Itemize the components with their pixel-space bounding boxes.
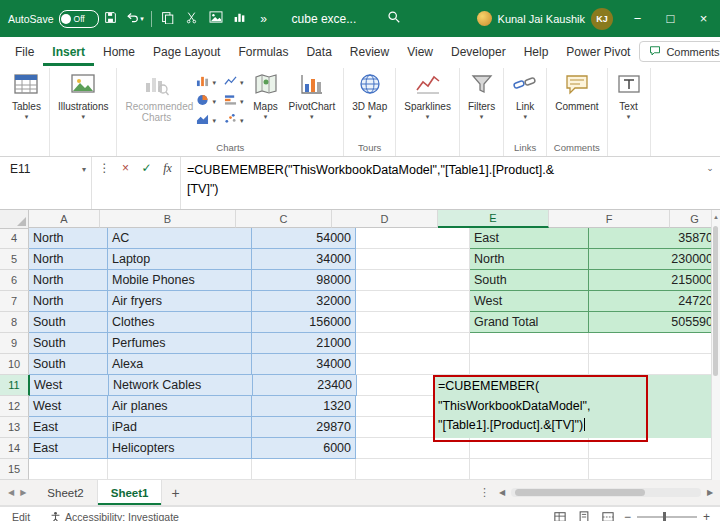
- sheet-nav-right-icon[interactable]: ▶: [20, 488, 26, 497]
- cell-C5[interactable]: 34000: [252, 249, 356, 270]
- sheet-nav-left-icon[interactable]: ◀: [8, 488, 14, 497]
- filters-button[interactable]: Filters ▾: [463, 69, 500, 121]
- scroll-right-icon[interactable]: ▶: [704, 488, 716, 497]
- menu-tab-developer[interactable]: Developer: [442, 37, 515, 66]
- normal-view-button[interactable]: [552, 509, 568, 521]
- row-header-13[interactable]: 13: [0, 417, 29, 438]
- cell-E6[interactable]: South: [470, 270, 589, 291]
- cell-A9[interactable]: South: [29, 333, 108, 354]
- row-header-7[interactable]: 7: [0, 291, 29, 312]
- cell-E4[interactable]: East: [470, 228, 589, 249]
- cell-C8[interactable]: 156000: [252, 312, 356, 333]
- chart-button[interactable]: [228, 6, 252, 32]
- scatter-chart-button[interactable]: ▾: [224, 113, 244, 128]
- cell-D8[interactable]: [356, 312, 470, 333]
- page-break-view-button[interactable]: [600, 509, 616, 521]
- scroll-up-icon[interactable]: ▲: [712, 210, 720, 224]
- cell-B14[interactable]: Helicopters: [108, 438, 252, 459]
- cell-A7[interactable]: North: [29, 291, 108, 312]
- column-header-A[interactable]: A: [29, 210, 100, 228]
- menu-tab-data[interactable]: Data: [297, 37, 340, 66]
- cell-A8[interactable]: South: [29, 312, 108, 333]
- cancel-entry-button[interactable]: ×: [115, 161, 136, 175]
- cell-A10[interactable]: South: [29, 354, 108, 375]
- cell-F6[interactable]: 215000: [589, 270, 718, 291]
- menu-tab-page-layout[interactable]: Page Layout: [144, 37, 229, 66]
- cell-B6[interactable]: Mobile Phones: [108, 270, 252, 291]
- cell-B5[interactable]: Laptop: [108, 249, 252, 270]
- bar-chart-button[interactable]: ▾: [224, 94, 244, 109]
- cell-A13[interactable]: East: [29, 417, 108, 438]
- pivotchart-button[interactable]: PivotChart ▾: [284, 69, 341, 121]
- cell-B7[interactable]: Air fryers: [108, 291, 252, 312]
- accessibility-checker[interactable]: Accessibility: Investigate: [42, 511, 187, 521]
- cell-A6[interactable]: North: [29, 270, 108, 291]
- comment-button[interactable]: Comment: [550, 69, 603, 112]
- zoom-in-button[interactable]: +: [703, 510, 710, 521]
- select-all-button[interactable]: [0, 210, 29, 229]
- cell-A15[interactable]: [29, 459, 108, 480]
- scroll-left-icon[interactable]: ◀: [496, 488, 508, 497]
- vertical-scroll-thumb[interactable]: [713, 226, 718, 376]
- cell-F15[interactable]: [589, 459, 718, 480]
- zoom-slider[interactable]: [637, 516, 697, 518]
- save-button[interactable]: [99, 6, 123, 32]
- cell-B12[interactable]: Air planes: [108, 396, 252, 417]
- column-header-E[interactable]: E: [438, 210, 549, 228]
- illustrations-button[interactable]: Illustrations ▾: [53, 69, 114, 121]
- cell-F9[interactable]: [589, 333, 718, 354]
- cell-D6[interactable]: [356, 270, 470, 291]
- cell-A4[interactable]: North: [29, 228, 108, 249]
- column-header-F[interactable]: F: [549, 210, 670, 228]
- cell-C11[interactable]: 23400: [253, 375, 357, 396]
- row-header-8[interactable]: 8: [0, 312, 29, 333]
- cell-E10[interactable]: [470, 354, 589, 375]
- cell-F10[interactable]: [589, 354, 718, 375]
- cell-C9[interactable]: 21000: [252, 333, 356, 354]
- cell-D15[interactable]: [356, 459, 470, 480]
- cell-B13[interactable]: iPad: [108, 417, 252, 438]
- more-commands-button[interactable]: »: [252, 6, 276, 32]
- cell-B9[interactable]: Perfumes: [108, 333, 252, 354]
- zoom-out-button[interactable]: −: [624, 510, 631, 521]
- menu-tab-view[interactable]: View: [398, 37, 442, 66]
- row-header-14[interactable]: 14: [0, 438, 29, 459]
- search-button[interactable]: [382, 6, 406, 32]
- cell-C7[interactable]: 32000: [252, 291, 356, 312]
- cell-C10[interactable]: 34000: [252, 354, 356, 375]
- column-header-C[interactable]: C: [236, 210, 332, 228]
- autosave-toggle[interactable]: AutoSave Off: [8, 10, 99, 28]
- close-button[interactable]: ×: [687, 0, 720, 37]
- cell-E9[interactable]: [470, 333, 589, 354]
- cell-C6[interactable]: 98000: [252, 270, 356, 291]
- cell-F8[interactable]: 505590: [589, 312, 718, 333]
- cell-E8[interactable]: Grand Total: [470, 312, 589, 333]
- menu-tab-home[interactable]: Home: [94, 37, 144, 66]
- cell-B8[interactable]: Clothes: [108, 312, 252, 333]
- cell-D10[interactable]: [356, 354, 470, 375]
- cell-C4[interactable]: 54000: [252, 228, 356, 249]
- cell-A11[interactable]: West: [30, 375, 109, 396]
- enter-entry-button[interactable]: ✓: [136, 161, 157, 175]
- line-chart-button[interactable]: ▾: [224, 75, 244, 90]
- row-header-5[interactable]: 5: [0, 249, 29, 270]
- cell-D5[interactable]: [356, 249, 470, 270]
- cell-D7[interactable]: [356, 291, 470, 312]
- area-chart-button[interactable]: ▾: [196, 113, 216, 128]
- cell-edit-annotation[interactable]: =CUBEMEMBER("ThisWorkbookDataModel","[Ta…: [433, 375, 648, 442]
- horizontal-scroll-track[interactable]: [511, 488, 701, 497]
- text-button[interactable]: Text ▾: [611, 69, 647, 121]
- menu-tab-power-pivot[interactable]: Power Pivot: [557, 37, 639, 66]
- menu-tab-help[interactable]: Help: [515, 37, 558, 66]
- zoom-slider-knob[interactable]: [663, 512, 666, 521]
- cell-A12[interactable]: West: [29, 396, 108, 417]
- minimize-button[interactable]: −: [621, 0, 654, 37]
- new-sheet-button[interactable]: +: [162, 485, 188, 501]
- cell-E7[interactable]: West: [470, 291, 589, 312]
- cut-button[interactable]: [180, 6, 204, 32]
- copy-button[interactable]: [156, 6, 180, 32]
- user-account-button[interactable]: Kunal Jai Kaushik KJ: [477, 8, 613, 30]
- cell-F5[interactable]: 230000: [589, 249, 718, 270]
- row-header-4[interactable]: 4: [0, 228, 29, 249]
- 3d-map-button[interactable]: 3D Map ▾: [347, 69, 392, 121]
